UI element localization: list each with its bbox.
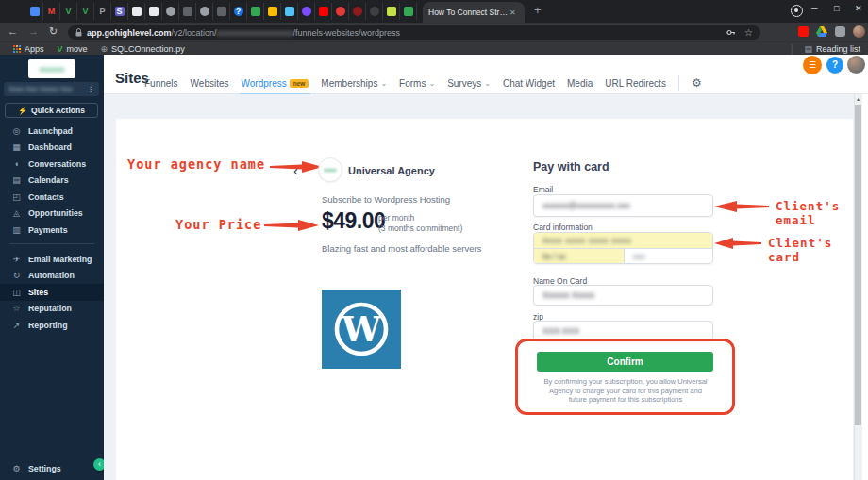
- tab-memberships[interactable]: Memberships⌄: [321, 78, 387, 89]
- browser-profile-icon[interactable]: [791, 5, 803, 17]
- password-key-icon[interactable]: [726, 28, 736, 37]
- price-commitment: (3 months commitment): [378, 223, 462, 234]
- pinned-tab-icon[interactable]: ?: [230, 3, 247, 20]
- browser-avatar[interactable]: [853, 25, 865, 38]
- sidebar-item-reputation[interactable]: ☆Reputation: [0, 301, 104, 318]
- pinned-tab-icon[interactable]: M: [43, 3, 60, 20]
- pinned-tab-icon[interactable]: [366, 3, 383, 20]
- window-minimize-button[interactable]: ─: [811, 4, 817, 13]
- changelog-button[interactable]: ☰: [803, 56, 822, 74]
- bookmark-star-icon[interactable]: ☆: [744, 27, 753, 38]
- pinned-tab-icon[interactable]: S: [111, 3, 128, 20]
- card-number-field[interactable]: 4xxx xxxx xxxx xxxx: [534, 233, 712, 249]
- browser-active-tab[interactable]: How To Connect Stripe To Your A ✕: [423, 2, 525, 23]
- chat-icon: ◖: [11, 159, 22, 169]
- tab-surveys[interactable]: Surveys⌄: [447, 78, 491, 89]
- tab-media[interactable]: Media: [567, 78, 593, 89]
- sidebar-item-opportunities[interactable]: ◬Opportunities: [0, 206, 104, 223]
- bookmark-move[interactable]: V move: [58, 44, 88, 54]
- pay-with-card-title: Pay with card: [533, 160, 609, 174]
- reading-list-label: Reading list: [816, 44, 860, 54]
- drive-extension-icon[interactable]: [816, 26, 827, 37]
- bookmark-label: Apps: [25, 44, 44, 54]
- scrollbar-thumb[interactable]: [855, 105, 861, 425]
- annotation-price: Your Price: [175, 217, 261, 232]
- card-cvc-field[interactable]: xxx: [625, 249, 712, 264]
- dashboard-icon: ▦: [11, 142, 22, 152]
- tab-close-icon[interactable]: ✕: [509, 8, 516, 17]
- new-badge: new: [290, 79, 309, 88]
- pinned-tab-icon[interactable]: [264, 3, 281, 20]
- help-button[interactable]: ?: [826, 57, 843, 74]
- sidebar-item-email-marketing[interactable]: ✈Email Marketing: [0, 251, 104, 268]
- sidebar-menu-2: ✈Email Marketing ↻Automation ◫Sites ☆Rep…: [0, 251, 104, 334]
- new-tab-button[interactable]: +: [534, 3, 542, 17]
- pinned-tab-icon[interactable]: [213, 3, 230, 20]
- pinned-tab-icon[interactable]: [26, 3, 43, 20]
- address-bar[interactable]: app.gohighlevel.com/v2/location/xxxxxxxx…: [68, 25, 760, 40]
- merchant-logo: xxxx: [318, 157, 342, 182]
- sidebar-item-settings[interactable]: ⚙Settings: [0, 460, 104, 477]
- adobe-extension-icon[interactable]: [798, 26, 809, 37]
- window-close-button[interactable]: ✕: [855, 4, 862, 13]
- sidebar-item-automation[interactable]: ↻Automation: [0, 268, 104, 285]
- pinned-tab-icon[interactable]: [332, 3, 349, 20]
- name-on-card-field[interactable]: Xxxxxx Xxxxx: [533, 285, 713, 306]
- calendar-icon: ▤: [11, 175, 22, 185]
- sidebar-item-calendars[interactable]: ▤Calendars: [0, 173, 104, 190]
- pinned-tab-icon[interactable]: [349, 3, 366, 20]
- tab-funnels[interactable]: Funnels: [144, 78, 178, 89]
- pinned-tab-icon[interactable]: [145, 3, 162, 20]
- sidebar-item-conversations[interactable]: ◖Conversations: [0, 156, 104, 173]
- pinned-tab-icon[interactable]: [400, 3, 417, 20]
- tab-forms[interactable]: Forms⌄: [399, 78, 435, 89]
- pinned-tab-icon[interactable]: [179, 3, 196, 20]
- sidebar-item-sites[interactable]: ◫Sites: [0, 284, 104, 301]
- tab-websites[interactable]: Websites: [191, 78, 229, 89]
- sidebar-item-launchpad[interactable]: ◎Launchpad: [0, 123, 104, 140]
- confirm-button[interactable]: Confirm: [537, 352, 713, 372]
- tab-wordpress[interactable]: Wordpressnew: [242, 78, 309, 89]
- tab-chat-widget[interactable]: Chat Widget: [503, 78, 555, 89]
- tab-url-redirects[interactable]: URL Redirects: [605, 78, 666, 89]
- svg-text:W: W: [341, 308, 381, 350]
- puzzle-extensions-icon[interactable]: [835, 26, 845, 37]
- forward-button[interactable]: →: [28, 25, 39, 37]
- pinned-tab-icon[interactable]: [281, 3, 298, 20]
- reading-list-button[interactable]: ▤ Reading list: [804, 44, 860, 54]
- sidebar-item-contacts[interactable]: ◰Contacts: [0, 189, 104, 206]
- back-button[interactable]: ←: [8, 25, 18, 37]
- pinned-tab-icon[interactable]: [247, 3, 264, 20]
- pinned-tab-icon[interactable]: [298, 3, 315, 20]
- pinned-tab-icon[interactable]: V: [77, 3, 94, 20]
- sites-settings-gear-icon[interactable]: ⚙: [692, 76, 702, 90]
- globe-icon: ⊕: [101, 44, 108, 54]
- pinned-tab-icon[interactable]: P: [94, 3, 111, 20]
- scrollbar-up-arrow[interactable]: ▴: [854, 94, 862, 105]
- pinned-tab-icon[interactable]: [196, 3, 213, 20]
- pinned-tab-icon[interactable]: [315, 3, 332, 20]
- pinned-tab-icon[interactable]: [383, 3, 400, 20]
- email-field[interactable]: xxxxxx@xxxxxxxxx.xxx: [533, 194, 713, 217]
- sidebar-item-reporting[interactable]: ↗Reporting: [0, 317, 104, 334]
- quick-actions-button[interactable]: ⚡ Quick Actions: [5, 103, 98, 118]
- bookmark-label: SQLCOnnection.py: [111, 44, 185, 54]
- sidebar-menu: ◎Launchpad ▦Dashboard ◖Conversations ▤Ca…: [0, 123, 104, 239]
- annotation-arrow-left: [714, 237, 761, 250]
- card-information-group: 4xxx xxxx xxxx xxxx 0x / xx xxx: [533, 232, 713, 264]
- pinned-tab-icon[interactable]: V: [60, 3, 77, 20]
- refresh-button[interactable]: ↻: [49, 25, 58, 38]
- pinned-tab-icon[interactable]: [162, 3, 179, 20]
- user-avatar[interactable]: [847, 56, 865, 74]
- checkout-back-chevron[interactable]: ‹: [293, 162, 298, 178]
- sidebar-item-dashboard[interactable]: ▦Dashboard: [0, 140, 104, 157]
- bookmark-apps[interactable]: Apps: [13, 44, 44, 54]
- card-expiry-value: 0x / xx: [542, 252, 566, 261]
- pinned-tab-icon[interactable]: [128, 3, 145, 20]
- sidebar-item-payments[interactable]: ▥Payments: [0, 222, 104, 239]
- card-expiry-field[interactable]: 0x / xx: [534, 249, 625, 264]
- account-selector[interactable]: Xxxx Xxx Xxxxx Xxx ⋮: [4, 82, 99, 96]
- annotation-arrow-right: [264, 219, 319, 232]
- bookmark-sqlconnection[interactable]: ⊕ SQLCOnnection.py: [101, 44, 185, 54]
- window-maximize-button[interactable]: □: [834, 4, 839, 13]
